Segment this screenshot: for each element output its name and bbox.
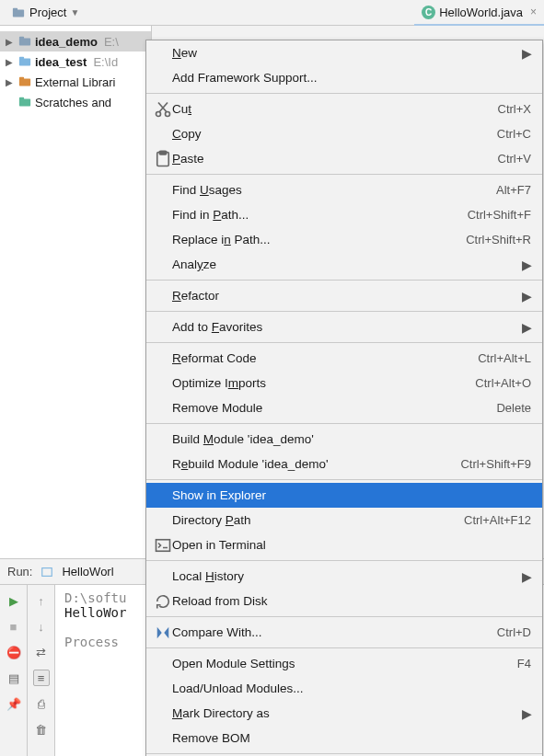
menu-item-label: Reload from Disk <box>172 594 531 608</box>
menu-item[interactable]: New▶ <box>146 40 542 65</box>
menu-item-shortcut: Delete <box>496 401 531 415</box>
tree-item[interactable]: ▶idea_testE:\Id <box>0 52 151 72</box>
svg-rect-10 <box>19 39 30 46</box>
menu-item-shortcut: Ctrl+Shift+F9 <box>460 457 531 471</box>
menu-item[interactable]: Remove ModuleDelete <box>146 395 542 420</box>
menu-item[interactable]: CutCtrl+X <box>146 97 542 121</box>
trash-icon[interactable]: 🗑 <box>33 721 50 738</box>
menu-item-label: Find in Path... <box>172 208 468 222</box>
menu-item[interactable]: PasteCtrl+V <box>146 146 542 171</box>
menu-item[interactable]: Find in Path...Ctrl+Shift+F <box>146 202 542 227</box>
tree-arrow-icon[interactable]: ▶ <box>6 37 15 47</box>
menu-item-label: Build Module 'idea_demo' <box>172 432 531 446</box>
svg-rect-1 <box>13 7 17 10</box>
menu-item-label: Mark Directory as <box>172 706 522 720</box>
menu-item[interactable]: Mark Directory as▶ <box>146 701 542 726</box>
menu-item-shortcut: F4 <box>517 657 531 670</box>
menu-item-label: Directory Path <box>172 513 464 527</box>
pin-icon[interactable]: 📌 <box>6 695 22 712</box>
menu-item-label: Find Usages <box>172 183 496 197</box>
editor-tabs: C HelloWorld.java × <box>414 0 544 26</box>
tab-helloworld[interactable]: C HelloWorld.java × <box>414 0 544 26</box>
play-icon[interactable]: ▶ <box>6 592 22 609</box>
svg-rect-0 <box>13 9 24 17</box>
menu-item[interactable]: Load/Unload Modules... <box>146 676 542 701</box>
menu-item-label: Show in Explorer <box>172 488 531 502</box>
menu-separator <box>146 560 542 561</box>
tree-item-label: Scratches and <box>35 96 111 109</box>
wrap-icon[interactable]: ⇄ <box>33 644 50 660</box>
menu-item[interactable]: Open Module SettingsF4 <box>146 651 542 676</box>
up-arrow-icon[interactable]: ↑ <box>33 592 50 609</box>
menu-item[interactable]: Add Framework Support... <box>146 65 542 90</box>
menu-item-label: Add to Favorites <box>172 320 522 334</box>
menu-item[interactable]: CopyCtrl+C <box>146 121 542 146</box>
menu-item-label: Remove Module <box>172 401 496 415</box>
svg-rect-15 <box>19 77 24 80</box>
tree-arrow-icon[interactable]: ▶ <box>6 57 15 67</box>
scroll-icon[interactable]: ≡ <box>33 670 50 686</box>
menu-item-label: Optimize Imports <box>172 376 475 390</box>
run-config-name: HelloWorl <box>62 565 113 578</box>
terminal-icon <box>154 536 172 555</box>
project-dropdown[interactable]: Project ▼ <box>6 4 85 22</box>
chevron-right-icon: ▶ <box>522 258 531 272</box>
tree-item[interactable]: ▶External Librari <box>0 72 151 92</box>
run-iconbar-right: ↑ ↓ ⇄ ≡ ⎙ 🗑 <box>28 585 55 756</box>
stop-icon[interactable]: ■ <box>6 618 22 635</box>
menu-item[interactable]: Directory PathCtrl+Alt+F12 <box>146 508 542 533</box>
menu-separator <box>146 311 542 312</box>
context-menu: New▶Add Framework Support...CutCtrl+XCop… <box>145 40 543 756</box>
svg-rect-17 <box>19 97 24 100</box>
menu-separator <box>146 423 542 424</box>
layout-icon[interactable]: ▤ <box>6 670 22 686</box>
close-icon[interactable]: × <box>530 6 537 18</box>
chevron-right-icon: ▶ <box>522 706 531 721</box>
tree-item-label: External Librari <box>35 75 115 89</box>
debug-icon[interactable]: ⛔ <box>6 644 22 660</box>
menu-item[interactable]: Replace in Path...Ctrl+Shift+R <box>146 227 542 252</box>
menu-item[interactable]: Open in Terminal <box>146 533 542 557</box>
menu-item[interactable]: Optimize ImportsCtrl+Alt+O <box>146 371 542 395</box>
folder-icon <box>17 54 32 69</box>
menu-item[interactable]: Analyze▶ <box>146 252 542 277</box>
menu-item[interactable]: Show in Explorer <box>146 483 542 508</box>
svg-point-19 <box>166 111 170 116</box>
svg-rect-12 <box>19 59 30 66</box>
menu-item[interactable]: Reload from Disk <box>146 589 542 613</box>
menu-item-label: Rebuild Module 'idea_demo' <box>172 457 460 471</box>
tree-item[interactable]: Scratches and <box>0 92 151 112</box>
tree-item-path: E:\Id <box>93 55 118 69</box>
tree-item-label: idea_test <box>35 55 87 69</box>
cut-icon <box>154 100 172 119</box>
menu-item[interactable]: Refactor▶ <box>146 283 542 308</box>
menu-item[interactable]: Find UsagesAlt+F7 <box>146 178 542 202</box>
menu-item-shortcut: Ctrl+Shift+F <box>468 208 531 222</box>
svg-rect-25 <box>42 567 52 576</box>
project-label: Project <box>29 6 66 19</box>
menu-item-label: Compare With... <box>172 625 497 639</box>
tree-arrow-icon[interactable]: ▶ <box>6 77 15 87</box>
menu-item[interactable]: Build Module 'idea_demo' <box>146 427 542 452</box>
menu-separator <box>146 342 542 343</box>
tree-item[interactable]: ▶idea_demoE:\ <box>0 31 151 52</box>
down-arrow-icon[interactable]: ↓ <box>33 618 50 635</box>
menu-item[interactable]: Compare With...Ctrl+D <box>146 620 542 645</box>
menu-item[interactable]: Local History▶ <box>146 564 542 589</box>
menu-item-label: Add Framework Support... <box>172 71 531 85</box>
menu-separator <box>146 93 542 94</box>
chevron-right-icon: ▶ <box>522 320 531 335</box>
menu-item[interactable]: Add to Favorites▶ <box>146 315 542 339</box>
menu-item[interactable]: Remove BOM <box>146 726 542 750</box>
print-icon[interactable]: ⎙ <box>33 695 50 712</box>
folder-icon <box>17 74 32 89</box>
menu-item-label: Analyze <box>172 258 522 271</box>
menu-separator <box>146 616 542 617</box>
compare-icon <box>154 624 172 642</box>
tree-item-path: E:\ <box>104 35 119 49</box>
menu-item[interactable]: Reformat CodeCtrl+Alt+L <box>146 346 542 371</box>
project-tree: ▶idea_demoE:\▶idea_testE:\Id▶External Li… <box>0 26 152 559</box>
menu-item[interactable]: Rebuild Module 'idea_demo'Ctrl+Shift+F9 <box>146 452 542 476</box>
menu-item-shortcut: Ctrl+V <box>498 152 531 166</box>
java-class-icon: C <box>422 6 435 19</box>
